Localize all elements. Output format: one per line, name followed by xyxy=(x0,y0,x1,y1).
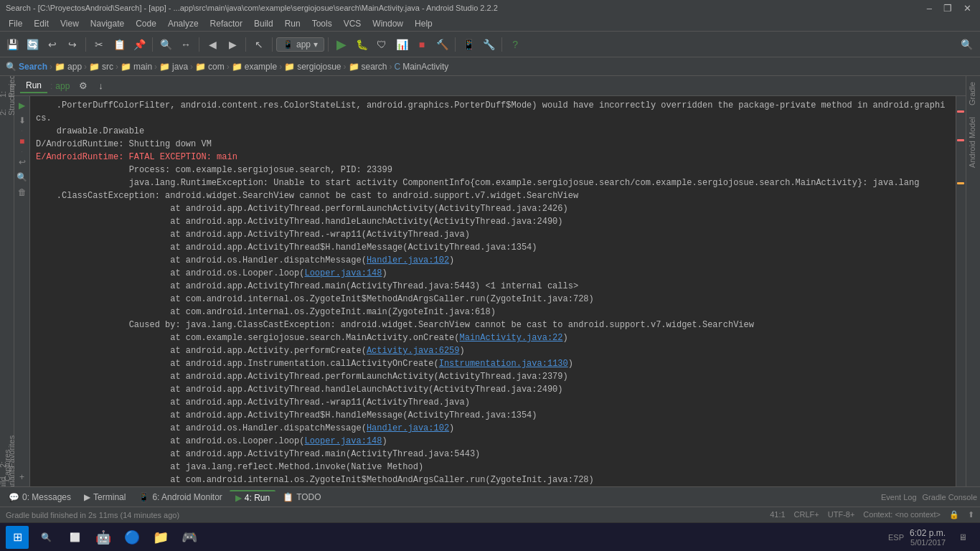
toolbar-save-all[interactable]: 💾 xyxy=(3,35,22,54)
class-icon: C xyxy=(395,62,401,72)
breadcrumb-com[interactable]: 📁 com xyxy=(195,62,225,72)
breadcrumb-example[interactable]: 📁 example xyxy=(232,62,277,72)
looper-link-1[interactable]: Looper.java:148 xyxy=(304,268,382,278)
run-action-scroll[interactable]: ↓ xyxy=(93,78,108,94)
breadcrumb-search-pkg[interactable]: 📁 search xyxy=(349,62,387,72)
taskbar-app-3[interactable]: 📁 xyxy=(149,526,172,549)
structure-tab[interactable]: 2: Structure xyxy=(1,93,14,106)
breadcrumb-sergiojosue[interactable]: 📁 sergiojosue xyxy=(284,62,341,72)
run-filter-icon[interactable]: 🔍 xyxy=(16,171,29,184)
taskbar-app-2[interactable]: 🔵 xyxy=(121,526,143,549)
run-action-settings[interactable]: ⚙ xyxy=(75,78,91,94)
console-output[interactable]: .PorterDuffColorFilter, android.content.… xyxy=(30,96,956,486)
app-selector[interactable]: 📱 app ▾ xyxy=(276,37,324,52)
breadcrumb-sep-6: › xyxy=(279,62,282,72)
stop-button[interactable]: ■ xyxy=(413,35,431,54)
folder-icon-sergiojosue: 📁 xyxy=(284,62,295,72)
menu-vcs[interactable]: VCS xyxy=(338,17,367,30)
android-monitor-tab[interactable]: 📱 6: Android Monitor xyxy=(133,491,227,504)
breadcrumb-search-pkg-label: search xyxy=(362,62,387,72)
terminal-tab[interactable]: ▶ Terminal xyxy=(78,491,131,504)
toolbar-redo[interactable]: ↪ xyxy=(63,35,82,54)
minimize-button[interactable]: – xyxy=(924,3,935,14)
start-button[interactable]: ⊞ xyxy=(6,526,29,549)
handler-link[interactable]: Handler.java:102 xyxy=(367,255,449,265)
instrumentation-link[interactable]: Instrumentation.java:1130 xyxy=(439,359,568,369)
menu-view[interactable]: View xyxy=(55,17,85,30)
menu-analyze[interactable]: Analyze xyxy=(162,17,204,30)
taskbar-app-4[interactable]: 🎮 xyxy=(178,526,201,549)
help-button[interactable]: ? xyxy=(506,35,524,54)
handler-link-2[interactable]: Handler.java:102 xyxy=(367,423,449,433)
maximize-button[interactable]: ❐ xyxy=(941,3,955,14)
toolbar-paste[interactable]: 📌 xyxy=(130,35,149,54)
taskbar-app-1[interactable]: 🤖 xyxy=(92,526,115,549)
menu-help[interactable]: Help xyxy=(409,17,438,30)
menu-navigate[interactable]: Navigate xyxy=(85,17,130,30)
status-expand-icon: ⬆ xyxy=(968,510,974,519)
breadcrumb-sep-2: › xyxy=(116,62,118,72)
event-log-link[interactable]: Event Log xyxy=(881,493,917,501)
menu-run[interactable]: Run xyxy=(279,17,306,30)
menu-build[interactable]: Build xyxy=(248,17,279,30)
run-tab[interactable]: Run xyxy=(20,79,47,93)
status-right: 41:1 CRLF+ UTF-8+ Context: <no context> … xyxy=(770,510,974,519)
breadcrumb-mainactivity[interactable]: C MainActivity xyxy=(395,62,449,72)
status-line-ending[interactable]: CRLF+ xyxy=(794,510,819,519)
sdk-button[interactable]: 🔧 xyxy=(479,35,498,54)
run-trash-icon[interactable]: 🗑 xyxy=(16,186,29,199)
build-variants-tab[interactable]: Build Variants xyxy=(1,474,14,486)
profile-button[interactable]: 📊 xyxy=(392,35,411,54)
avd-button[interactable]: 📱 xyxy=(459,35,478,54)
mainactivity-link[interactable]: MainActivity.java:22 xyxy=(460,333,563,343)
run-expand-icon[interactable]: + xyxy=(16,471,29,484)
toolbar-undo[interactable]: ↩ xyxy=(43,35,62,54)
taskbar-language: ESP xyxy=(888,533,904,542)
breadcrumb-main[interactable]: 📁 main xyxy=(121,62,152,72)
toolbar-replace[interactable]: ↔ xyxy=(176,35,195,54)
toolbar-cursor[interactable]: ↖ xyxy=(250,35,268,54)
run-wrap-icon[interactable]: ↩ xyxy=(16,156,29,169)
todo-tab[interactable]: 📋 TODO xyxy=(277,491,326,504)
taskbar-task-view[interactable]: ⬜ xyxy=(63,526,86,549)
breadcrumb-app[interactable]: 📁 app xyxy=(55,62,82,72)
menu-code[interactable]: Code xyxy=(130,17,162,30)
build-button[interactable]: 🔨 xyxy=(433,35,451,54)
toolbar-find[interactable]: 🔍 xyxy=(156,35,175,54)
run-stop-icon[interactable]: ■ xyxy=(16,135,29,148)
menu-tools[interactable]: Tools xyxy=(306,17,338,30)
console-line: .ClassCastException: android.widget.Sear… xyxy=(36,189,950,202)
gradle-console-link[interactable]: Gradle Console xyxy=(923,493,977,501)
menu-edit[interactable]: Edit xyxy=(28,17,55,30)
toolbar-copy[interactable]: 📋 xyxy=(110,35,128,54)
show-desktop-button[interactable]: 🖥 xyxy=(951,526,974,549)
run-bottom-tab[interactable]: ▶ 4: Run xyxy=(230,490,275,504)
toolbar-sync[interactable]: 🔄 xyxy=(23,35,42,54)
toolbar-cut[interactable]: ✂ xyxy=(90,35,108,54)
gradle-tab[interactable]: Gradle xyxy=(966,76,980,111)
status-position[interactable]: 41:1 xyxy=(770,510,785,519)
status-encoding[interactable]: UTF-8+ xyxy=(828,510,855,519)
activity-link[interactable]: Activity.java:6259 xyxy=(367,346,460,356)
android-model-tab[interactable]: Android Model xyxy=(966,111,980,174)
looper-link-2[interactable]: Looper.java:148 xyxy=(304,436,382,446)
breadcrumb-search[interactable]: 🔍 Search xyxy=(6,62,47,72)
messages-tab[interactable]: 💬 0: Messages xyxy=(3,491,77,504)
taskbar-search[interactable]: 🔍 xyxy=(34,526,57,549)
run-play-icon[interactable]: ▶ xyxy=(16,99,29,112)
toolbar-back[interactable]: ◀ xyxy=(203,35,222,54)
menu-refactor[interactable]: Refactor xyxy=(204,17,248,30)
run-button[interactable]: ▶ xyxy=(332,35,351,54)
run-scroll-down-icon[interactable]: ⬇ xyxy=(16,114,29,127)
menu-window[interactable]: Window xyxy=(367,17,409,30)
todo-icon: 📋 xyxy=(283,492,293,502)
breadcrumb-java[interactable]: 📁 java xyxy=(159,62,188,72)
toolbar-search-icon[interactable]: 🔍 xyxy=(956,37,977,52)
close-button[interactable]: ✕ xyxy=(961,3,974,14)
toolbar-forward[interactable]: ▶ xyxy=(223,35,242,54)
menu-file[interactable]: File xyxy=(3,17,28,30)
debug-button[interactable]: 🐛 xyxy=(352,35,371,54)
breadcrumb-src[interactable]: 📁 src xyxy=(89,62,113,72)
coverage-button[interactable]: 🛡 xyxy=(372,35,391,54)
folder-icon-main: 📁 xyxy=(121,62,131,72)
